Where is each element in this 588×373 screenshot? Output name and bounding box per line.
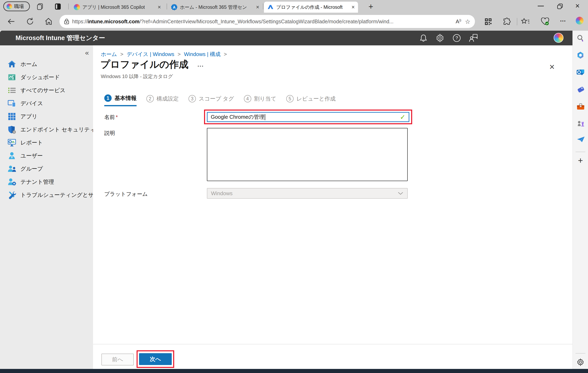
back-icon[interactable] xyxy=(7,17,16,26)
sidebar-item-groups[interactable]: グループ xyxy=(0,162,93,175)
portal-settings-gear-icon[interactable] xyxy=(435,33,444,42)
tab-copilot[interactable]: アプリ | Microsoft 365 Copilot × xyxy=(71,2,164,13)
refresh-icon[interactable] xyxy=(26,17,34,26)
toolbox-icon[interactable] xyxy=(576,103,585,111)
browser-titlebar: 職場 アプリ | Microsoft 365 Copilot × A ホーム -… xyxy=(0,0,588,13)
qr-code-icon[interactable] xyxy=(484,18,492,26)
sidebar-item-label: デバイス xyxy=(21,100,43,107)
sidebar-item-label: エンドポイント セキュリティ xyxy=(21,126,95,133)
sidebar-item-reports[interactable]: レポート xyxy=(0,136,93,149)
tab-close-icon[interactable]: × xyxy=(158,4,161,10)
footer-divider xyxy=(93,344,572,344)
tab-admin-center[interactable]: A ホーム - Microsoft 365 管理センター × xyxy=(168,2,262,13)
step-assignments[interactable]: 4 割り当て xyxy=(244,94,276,106)
search-icon[interactable] xyxy=(576,34,585,42)
drop-icon[interactable] xyxy=(576,136,585,144)
url-bar[interactable]: https://intune.microsoft.com/?ref=AdminC… xyxy=(60,15,475,28)
sidebar-divider xyxy=(576,353,585,353)
tab-separator xyxy=(263,3,263,10)
apps-icon xyxy=(7,112,16,121)
add-icon[interactable]: + xyxy=(573,156,588,166)
admin-center-icon: A xyxy=(171,4,178,10)
step-number: 5 xyxy=(286,95,294,102)
favorite-star-icon[interactable]: ☆ xyxy=(465,18,471,25)
sidebar-item-troubleshooting[interactable]: トラブルシューティングとサポート xyxy=(0,188,93,202)
browser-essentials-icon[interactable] xyxy=(541,18,550,26)
previous-button[interactable]: 前へ xyxy=(101,353,134,365)
platform-field-label: プラットフォーム xyxy=(104,190,148,198)
all-services-icon xyxy=(7,86,16,95)
sidebar-item-label: ダッシュボード xyxy=(21,73,60,81)
sidebar-item-apps[interactable]: アプリ xyxy=(0,110,93,123)
tab-intune-active[interactable]: プロファイルの作成 - Microsoft Intun × xyxy=(264,2,358,13)
url-text[interactable]: https://intune.microsoft.com/?ref=AdminC… xyxy=(72,19,454,24)
intune-icon xyxy=(267,4,274,10)
breadcrumb-home-link[interactable]: ホーム xyxy=(101,51,117,58)
sidebar-item-label: テナント管理 xyxy=(21,178,54,186)
tab-close-icon[interactable]: × xyxy=(256,4,259,10)
tab-title: プロファイルの作成 - Microsoft Intun xyxy=(276,4,344,10)
sidebar-item-endpoint-security[interactable]: エンドポイント セキュリティ xyxy=(0,123,93,136)
text-caret xyxy=(265,114,265,120)
tab-stack-icon[interactable] xyxy=(36,3,44,10)
home-toolbar-icon[interactable] xyxy=(44,17,53,26)
step-label: 構成設定 xyxy=(157,95,179,102)
step-review-create[interactable]: 5 レビューと作成 xyxy=(286,94,336,106)
sidebar-item-users[interactable]: ユーザー xyxy=(0,149,93,162)
step-basics[interactable]: 1 基本情報 xyxy=(104,94,136,106)
window-restore-button[interactable] xyxy=(557,3,563,10)
taskbar-edge xyxy=(0,369,588,373)
browser-profile-button[interactable]: 職場 xyxy=(3,1,30,11)
m365-icon[interactable] xyxy=(576,51,585,59)
settings-more-icon[interactable]: … xyxy=(560,16,567,23)
help-icon[interactable]: ? xyxy=(452,33,461,42)
next-button[interactable]: 次へ xyxy=(139,353,172,365)
sidebar-item-label: ホーム xyxy=(21,61,37,68)
breadcrumb-config-link[interactable]: Windows | 構成 xyxy=(184,51,220,58)
avatar[interactable] xyxy=(554,33,564,43)
games-icon[interactable] xyxy=(576,119,585,127)
description-textarea[interactable] xyxy=(207,128,408,181)
sidebar-item-dashboard[interactable]: ダッシュボード xyxy=(0,71,93,84)
required-asterisk: * xyxy=(116,114,118,120)
intune-header: Microsoft Intune 管理センター ? xyxy=(0,31,588,45)
feedback-icon[interactable] xyxy=(469,33,478,42)
sidebar-item-home[interactable]: ホーム xyxy=(0,58,93,71)
step-number: 1 xyxy=(104,94,112,102)
favorites-bar-icon[interactable] xyxy=(521,18,530,26)
breadcrumb-devices-link[interactable]: デバイス | Windows xyxy=(126,51,174,58)
dashboard-icon xyxy=(7,73,16,82)
extensions-icon[interactable] xyxy=(503,18,511,26)
window-close-button[interactable]: × xyxy=(575,2,580,10)
intune-left-nav: « ホーム ダッシュボード すべてのサービス xyxy=(0,45,93,369)
blade-close-icon[interactable]: × xyxy=(549,62,555,72)
step-configuration[interactable]: 2 構成設定 xyxy=(146,94,179,106)
window-minimize-button[interactable] xyxy=(538,6,544,6)
outlook-icon[interactable] xyxy=(576,68,585,76)
collapse-nav-icon[interactable]: « xyxy=(85,49,89,57)
sidebar-item-devices[interactable]: デバイス xyxy=(0,97,93,110)
settings-gear-icon[interactable] xyxy=(576,358,585,366)
vertical-tabs-icon[interactable] xyxy=(54,3,61,10)
browser-toolbar: https://intune.microsoft.com/?ref=AdminC… xyxy=(0,13,588,31)
shopping-icon[interactable] xyxy=(576,85,585,93)
title-more-icon[interactable]: ... xyxy=(198,61,204,68)
tab-close-icon[interactable]: × xyxy=(351,4,355,10)
app-title[interactable]: Microsoft Intune 管理センター xyxy=(16,34,105,42)
sidebar-item-tenant-admin[interactable]: テナント管理 xyxy=(0,175,93,188)
valid-check-icon: ✓ xyxy=(400,113,405,121)
svg-text:A: A xyxy=(173,5,176,10)
name-input[interactable]: Google Chromeの管理 ✓ xyxy=(207,112,409,122)
read-aloud-icon[interactable]: A)) xyxy=(456,18,461,25)
name-field-label: 名前* xyxy=(104,114,118,121)
new-tab-button[interactable]: + xyxy=(366,2,376,11)
tab-separator xyxy=(68,3,69,10)
step-number: 4 xyxy=(244,95,251,102)
step-label: 割り当て xyxy=(254,95,276,102)
copilot-toolbar-icon[interactable] xyxy=(576,17,584,24)
step-scope-tags[interactable]: 3 スコープ タグ xyxy=(189,94,234,106)
copilot-icon xyxy=(74,4,80,10)
tab-title: アプリ | Microsoft 365 Copilot xyxy=(82,4,145,10)
notifications-bell-icon[interactable] xyxy=(419,33,428,42)
sidebar-item-all-services[interactable]: すべてのサービス xyxy=(0,84,93,97)
